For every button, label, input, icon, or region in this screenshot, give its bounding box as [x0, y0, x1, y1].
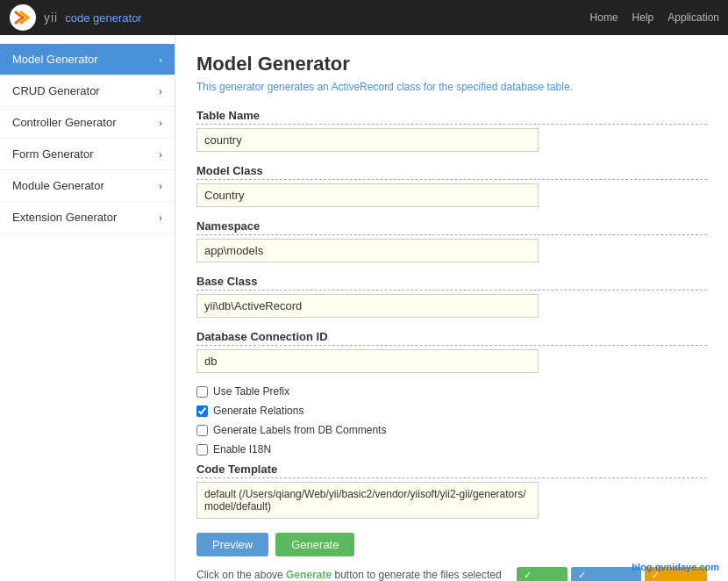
- table-name-label: Table Name: [196, 109, 707, 125]
- db-connection-group: Database Connection ID: [196, 330, 707, 373]
- button-row: Preview Generate: [196, 533, 707, 556]
- sidebar-item-crud-generator[interactable]: CRUD Generator ›: [0, 75, 175, 107]
- sidebar-item-extension-generator[interactable]: Extension Generator ›: [0, 202, 175, 233]
- base-class-input[interactable]: [196, 294, 539, 318]
- nav-help[interactable]: Help: [632, 11, 654, 24]
- chevron-right-icon: ›: [159, 118, 162, 128]
- generate-relations-label: Generate Relations: [213, 405, 303, 417]
- model-class-group: Model Class: [196, 164, 707, 207]
- model-class-label: Model Class: [196, 164, 707, 180]
- namespace-input[interactable]: [196, 239, 539, 262]
- enable-i18n-label: Enable I18N: [213, 443, 271, 455]
- navbar: yii code generator Home Help Application: [0, 0, 728, 35]
- db-connection-input[interactable]: [196, 349, 539, 373]
- nav-application[interactable]: Application: [667, 11, 719, 24]
- use-table-prefix-row: Use Table Prefix: [196, 385, 707, 398]
- unchanged-badge: ✓ Unchanged: [571, 567, 641, 581]
- status-text: Click on the above Generate button to ge…: [196, 569, 517, 582]
- chevron-right-icon: ›: [159, 212, 162, 223]
- namespace-group: Namespace: [196, 219, 707, 262]
- namespace-label: Namespace: [196, 219, 707, 235]
- create-badge: ✓ Create: [517, 567, 567, 581]
- preview-button[interactable]: Preview: [196, 533, 268, 556]
- table-name-group: Table Name: [196, 109, 707, 152]
- navbar-subtitle: code generator: [65, 11, 141, 25]
- generate-labels-label: Generate Labels from DB Comments: [213, 424, 386, 436]
- use-table-prefix-checkbox[interactable]: [196, 386, 208, 398]
- generate-relations-row: Generate Relations: [196, 405, 707, 417]
- main-content: Model Generator This generator generates…: [175, 35, 728, 581]
- page-subtitle: This generator generates an ActiveRecord…: [196, 81, 707, 93]
- use-table-prefix-label: Use Table Prefix: [213, 385, 289, 398]
- code-template-label: Code Template: [196, 463, 707, 478]
- sidebar-item-label: CRUD Generator: [12, 84, 100, 97]
- layout: Model Generator › CRUD Generator › Contr…: [0, 35, 728, 581]
- watermark: blog.qvnidaye.com: [632, 562, 719, 572]
- navbar-links: Home Help Application: [590, 11, 719, 24]
- sidebar-item-label: Form Generator: [12, 147, 93, 161]
- sidebar-item-module-generator[interactable]: Module Generator ›: [0, 170, 175, 202]
- table-name-input[interactable]: [196, 128, 539, 152]
- model-class-input[interactable]: [196, 183, 539, 207]
- sidebar-item-model-generator[interactable]: Model Generator ›: [0, 44, 175, 75]
- sidebar-item-label: Module Generator: [12, 179, 104, 192]
- status-bar: Click on the above Generate button to ge…: [196, 567, 707, 581]
- generate-labels-checkbox[interactable]: [196, 425, 208, 436]
- enable-i18n-checkbox[interactable]: [196, 444, 208, 455]
- generate-button[interactable]: Generate: [275, 533, 354, 556]
- generate-relations-checkbox[interactable]: [196, 405, 208, 417]
- code-template-group: Code Template default (/Users/qiang/Web/…: [196, 463, 707, 519]
- base-class-group: Base Class: [196, 275, 707, 318]
- sidebar-item-label: Controller Generator: [12, 116, 117, 129]
- status-highlight: Generate: [286, 569, 332, 581]
- sidebar-item-form-generator[interactable]: Form Generator ›: [0, 139, 175, 170]
- yii-logo-icon: [9, 4, 37, 32]
- code-template-value: default (/Users/qiang/Web/yii/basic2/ven…: [196, 482, 539, 519]
- generate-labels-row: Generate Labels from DB Comments: [196, 424, 707, 436]
- sidebar: Model Generator › CRUD Generator › Contr…: [0, 35, 175, 581]
- chevron-right-icon: ›: [159, 54, 162, 65]
- navbar-brand-text: yii: [44, 11, 58, 25]
- db-connection-label: Database Connection ID: [196, 330, 707, 346]
- chevron-right-icon: ›: [159, 86, 162, 97]
- nav-home[interactable]: Home: [590, 11, 618, 24]
- sidebar-item-label: Model Generator: [12, 53, 98, 66]
- chevron-right-icon: ›: [159, 149, 162, 160]
- chevron-right-icon: ›: [159, 181, 162, 191]
- page-title: Model Generator: [196, 53, 707, 75]
- enable-i18n-row: Enable I18N: [196, 443, 707, 455]
- sidebar-item-label: Extension Generator: [12, 211, 117, 224]
- brand: yii code generator: [9, 4, 142, 32]
- base-class-label: Base Class: [196, 275, 707, 290]
- status-prefix: Click on the above: [196, 569, 283, 581]
- sidebar-item-controller-generator[interactable]: Controller Generator ›: [0, 107, 175, 139]
